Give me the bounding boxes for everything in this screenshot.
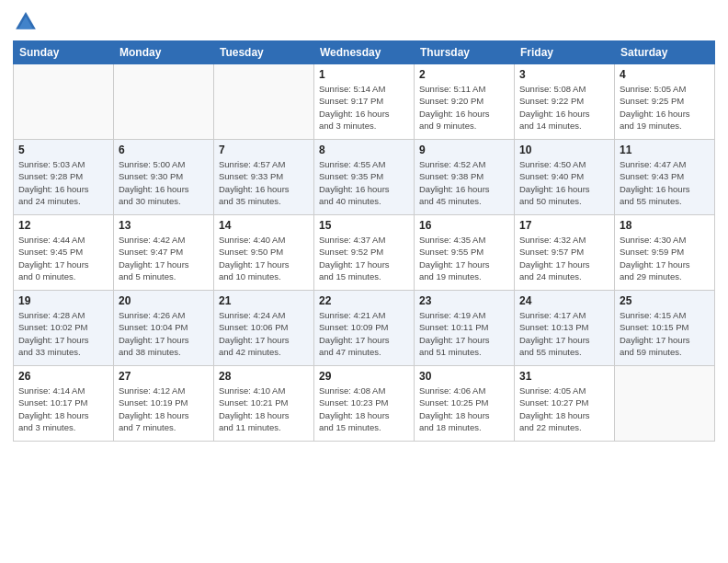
day-number: 15 [319,219,409,232]
calendar-cell: 25Sunrise: 4:15 AM Sunset: 10:15 PM Dayl… [615,291,715,366]
day-info: Sunrise: 4:35 AM Sunset: 9:55 PM Dayligh… [419,234,509,282]
day-info: Sunrise: 5:00 AM Sunset: 9:30 PM Dayligh… [119,158,209,207]
calendar-cell: 26Sunrise: 4:14 AM Sunset: 10:17 PM Dayl… [14,366,114,442]
calendar-cell: 30Sunrise: 4:06 AM Sunset: 10:25 PM Dayl… [415,366,515,442]
calendar-cell: 15Sunrise: 4:37 AM Sunset: 9:52 PM Dayli… [314,215,415,291]
calendar-cell: 2Sunrise: 5:11 AM Sunset: 9:20 PM Daylig… [415,64,515,140]
day-info: Sunrise: 5:14 AM Sunset: 9:17 PM Dayligh… [319,83,409,132]
calendar-cell: 1Sunrise: 5:14 AM Sunset: 9:17 PM Daylig… [314,64,415,140]
day-number: 29 [319,370,409,383]
calendar-cell: 7Sunrise: 4:57 AM Sunset: 9:33 PM Daylig… [214,140,314,215]
calendar-week-row: 26Sunrise: 4:14 AM Sunset: 10:17 PM Dayl… [14,366,715,442]
day-info: Sunrise: 4:17 AM Sunset: 10:13 PM Daylig… [519,309,609,358]
day-number: 30 [419,370,509,383]
day-info: Sunrise: 4:26 AM Sunset: 10:04 PM Daylig… [119,309,209,358]
day-info: Sunrise: 4:28 AM Sunset: 10:02 PM Daylig… [18,309,108,358]
calendar-week-row: 12Sunrise: 4:44 AM Sunset: 9:45 PM Dayli… [14,215,715,291]
day-number: 2 [419,68,509,81]
day-number: 28 [219,370,309,383]
day-number: 4 [620,68,710,81]
col-header-thursday: Thursday [415,41,515,64]
day-number: 10 [519,144,609,156]
calendar-cell: 9Sunrise: 4:52 AM Sunset: 9:38 PM Daylig… [415,140,515,215]
day-info: Sunrise: 4:47 AM Sunset: 9:43 PM Dayligh… [620,158,710,207]
calendar-cell [14,64,114,140]
calendar-cell: 8Sunrise: 4:55 AM Sunset: 9:35 PM Daylig… [314,140,415,215]
calendar-week-row: 1Sunrise: 5:14 AM Sunset: 9:17 PM Daylig… [14,64,715,140]
col-header-saturday: Saturday [615,41,715,64]
day-number: 14 [219,219,309,232]
calendar-cell: 11Sunrise: 4:47 AM Sunset: 9:43 PM Dayli… [615,140,715,215]
calendar-cell: 14Sunrise: 4:40 AM Sunset: 9:50 PM Dayli… [214,215,314,291]
day-info: Sunrise: 5:08 AM Sunset: 9:22 PM Dayligh… [519,83,609,132]
day-number: 12 [18,219,108,232]
day-number: 17 [519,219,609,232]
day-number: 3 [519,68,609,81]
col-header-monday: Monday [114,41,214,64]
day-info: Sunrise: 5:05 AM Sunset: 9:25 PM Dayligh… [620,83,710,132]
calendar-cell: 4Sunrise: 5:05 AM Sunset: 9:25 PM Daylig… [615,64,715,140]
calendar-cell: 13Sunrise: 4:42 AM Sunset: 9:47 PM Dayli… [114,215,214,291]
day-info: Sunrise: 4:06 AM Sunset: 10:25 PM Daylig… [419,385,509,433]
day-info: Sunrise: 4:40 AM Sunset: 9:50 PM Dayligh… [219,234,309,282]
day-info: Sunrise: 4:24 AM Sunset: 10:06 PM Daylig… [219,309,309,358]
day-number: 6 [119,144,209,156]
calendar-cell: 20Sunrise: 4:26 AM Sunset: 10:04 PM Dayl… [114,291,214,366]
calendar-cell [615,366,715,442]
day-number: 20 [119,294,209,307]
day-info: Sunrise: 4:57 AM Sunset: 9:33 PM Dayligh… [219,158,309,207]
day-info: Sunrise: 4:32 AM Sunset: 9:57 PM Dayligh… [519,234,609,282]
calendar-cell: 16Sunrise: 4:35 AM Sunset: 9:55 PM Dayli… [415,215,515,291]
day-number: 1 [319,68,409,81]
calendar-header-row: SundayMondayTuesdayWednesdayThursdayFrid… [14,41,715,64]
calendar-cell: 3Sunrise: 5:08 AM Sunset: 9:22 PM Daylig… [515,64,615,140]
day-number: 5 [18,144,108,156]
calendar-week-row: 5Sunrise: 5:03 AM Sunset: 9:28 PM Daylig… [14,140,715,215]
day-info: Sunrise: 5:03 AM Sunset: 9:28 PM Dayligh… [18,158,108,207]
calendar-cell: 31Sunrise: 4:05 AM Sunset: 10:27 PM Dayl… [515,366,615,442]
day-number: 21 [219,294,309,307]
col-header-wednesday: Wednesday [314,41,415,64]
day-number: 19 [18,294,108,307]
day-info: Sunrise: 4:21 AM Sunset: 10:09 PM Daylig… [319,309,409,358]
day-number: 26 [18,370,108,383]
day-info: Sunrise: 4:50 AM Sunset: 9:40 PM Dayligh… [519,158,609,207]
day-number: 25 [620,294,710,307]
day-number: 31 [519,370,609,383]
calendar-cell: 10Sunrise: 4:50 AM Sunset: 9:40 PM Dayli… [515,140,615,215]
day-info: Sunrise: 4:14 AM Sunset: 10:17 PM Daylig… [18,385,108,433]
header [13,9,715,35]
day-info: Sunrise: 4:44 AM Sunset: 9:45 PM Dayligh… [18,234,108,282]
day-info: Sunrise: 4:05 AM Sunset: 10:27 PM Daylig… [519,385,609,433]
day-number: 16 [419,219,509,232]
day-info: Sunrise: 4:37 AM Sunset: 9:52 PM Dayligh… [319,234,409,282]
day-number: 8 [319,144,409,156]
day-info: Sunrise: 4:10 AM Sunset: 10:21 PM Daylig… [219,385,309,433]
col-header-friday: Friday [515,41,615,64]
calendar-table: SundayMondayTuesdayWednesdayThursdayFrid… [13,40,715,442]
calendar-cell: 24Sunrise: 4:17 AM Sunset: 10:13 PM Dayl… [515,291,615,366]
calendar-cell [214,64,314,140]
calendar-cell: 22Sunrise: 4:21 AM Sunset: 10:09 PM Dayl… [314,291,415,366]
logo [13,9,42,35]
day-info: Sunrise: 4:42 AM Sunset: 9:47 PM Dayligh… [119,234,209,282]
calendar-cell: 17Sunrise: 4:32 AM Sunset: 9:57 PM Dayli… [515,215,615,291]
day-info: Sunrise: 4:55 AM Sunset: 9:35 PM Dayligh… [319,158,409,207]
day-info: Sunrise: 4:19 AM Sunset: 10:11 PM Daylig… [419,309,509,358]
day-number: 9 [419,144,509,156]
calendar-cell: 28Sunrise: 4:10 AM Sunset: 10:21 PM Dayl… [214,366,314,442]
day-number: 23 [419,294,509,307]
day-number: 27 [119,370,209,383]
day-info: Sunrise: 4:08 AM Sunset: 10:23 PM Daylig… [319,385,409,433]
day-number: 22 [319,294,409,307]
day-info: Sunrise: 4:30 AM Sunset: 9:59 PM Dayligh… [620,234,710,282]
day-number: 7 [219,144,309,156]
calendar-cell: 18Sunrise: 4:30 AM Sunset: 9:59 PM Dayli… [615,215,715,291]
calendar-cell: 5Sunrise: 5:03 AM Sunset: 9:28 PM Daylig… [14,140,114,215]
calendar-cell: 21Sunrise: 4:24 AM Sunset: 10:06 PM Dayl… [214,291,314,366]
page: SundayMondayTuesdayWednesdayThursdayFrid… [0,0,728,563]
day-info: Sunrise: 5:11 AM Sunset: 9:20 PM Dayligh… [419,83,509,132]
calendar-cell: 23Sunrise: 4:19 AM Sunset: 10:11 PM Dayl… [415,291,515,366]
calendar-cell: 12Sunrise: 4:44 AM Sunset: 9:45 PM Dayli… [14,215,114,291]
calendar-cell: 6Sunrise: 5:00 AM Sunset: 9:30 PM Daylig… [114,140,214,215]
